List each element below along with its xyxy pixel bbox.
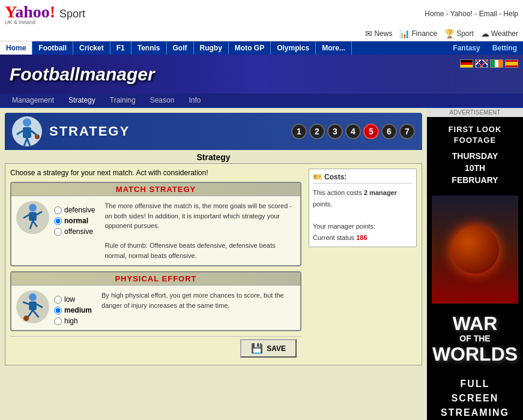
radio-high[interactable] xyxy=(54,317,62,325)
option-normal: normal xyxy=(54,217,95,225)
flag-spain[interactable] xyxy=(505,59,518,68)
sub-nav-weather-label: Weather xyxy=(491,29,518,38)
fm-nav-training[interactable]: Training xyxy=(103,94,143,107)
ad-image xyxy=(432,196,518,304)
nav-golf[interactable]: Golf xyxy=(167,41,194,55)
nav-football[interactable]: Football xyxy=(32,41,73,55)
svg-point-0 xyxy=(23,118,31,127)
flag-gb[interactable] xyxy=(475,59,488,68)
nav-rugby[interactable]: Rugby xyxy=(194,41,229,55)
ad-war: WAR xyxy=(453,313,498,334)
step-5[interactable]: 5 xyxy=(363,124,379,139)
nav-more[interactable]: More... xyxy=(316,41,352,55)
news-icon: ✉ xyxy=(365,29,372,38)
radio-low[interactable] xyxy=(54,296,62,304)
nav-right: Fantasy Betting xyxy=(447,41,523,55)
strategy-body: Choose a strategy for your next match. A… xyxy=(5,163,422,365)
step-3[interactable]: 3 xyxy=(327,124,343,139)
label-low: low xyxy=(64,295,75,304)
strategy-title-text: STRATEGY xyxy=(49,124,291,139)
weather-icon: ☁ xyxy=(481,29,489,38)
sub-nav-sport[interactable]: 🏆 Sport xyxy=(444,29,474,38)
svg-line-9 xyxy=(30,221,33,229)
ad-of-the: OF THE xyxy=(432,334,518,343)
manager-points-label: Your manager points: xyxy=(313,223,375,230)
nav-betting[interactable]: Betting xyxy=(486,41,523,55)
option-high: high xyxy=(54,317,92,325)
svg-point-6 xyxy=(35,134,40,139)
step-7[interactable]: 7 xyxy=(399,124,415,139)
nav-f1[interactable]: F1 xyxy=(110,41,132,55)
svg-line-11 xyxy=(23,215,29,218)
step-4[interactable]: 4 xyxy=(345,124,361,139)
left-panel: Choose a strategy for your next match. A… xyxy=(10,169,301,360)
sub-nav-weather[interactable]: ☁ Weather xyxy=(481,29,518,38)
svg-rect-1 xyxy=(23,127,31,138)
nav-tennis[interactable]: Tennis xyxy=(132,41,167,55)
action-cost-text: This action costs xyxy=(313,189,362,196)
fm-nav-info[interactable]: Info xyxy=(181,94,208,107)
step-6[interactable]: 6 xyxy=(381,124,397,139)
costs-header: 🎫 Costs: xyxy=(313,173,413,184)
svg-point-7 xyxy=(29,203,37,211)
physical-effort-icon xyxy=(16,290,49,323)
radio-normal[interactable] xyxy=(54,217,62,225)
nav-motogp[interactable]: Moto GP xyxy=(229,41,271,55)
match-strategy-section: MATCH STRATEGY xyxy=(10,182,301,266)
fm-nav-strategy[interactable]: Strategy xyxy=(61,94,103,107)
match-strategy-body: defensive normal offensive xyxy=(11,196,300,265)
finance-icon: 📊 xyxy=(399,29,410,38)
flag-ireland[interactable] xyxy=(490,59,503,68)
svg-line-15 xyxy=(28,310,32,317)
fm-subnav: Management Strategy Training Season Info xyxy=(0,94,523,108)
yahoo-link[interactable]: Yahoo! xyxy=(450,10,473,18)
fm-banner: Footballmanager xyxy=(0,55,523,94)
main-nav: Home Football Cricket F1 Tennis Golf Rug… xyxy=(0,41,523,55)
nav-cricket[interactable]: Cricket xyxy=(73,41,110,55)
label-defensive: defensive xyxy=(64,206,95,214)
match-strategy-desc: The more offensive the match is, the mor… xyxy=(104,201,295,260)
save-row: 💾 SAVE xyxy=(10,336,301,360)
option-low: low xyxy=(54,295,92,304)
ad-panel: ADVERTISEMENT FIRST LOOK FOOTAGE THURSDA… xyxy=(427,108,523,420)
sub-nav-news[interactable]: ✉ News xyxy=(365,29,392,38)
nav-olympics[interactable]: Olympics xyxy=(271,41,316,55)
mascot-svg xyxy=(12,116,42,146)
sub-nav-sport-label: Sport xyxy=(456,29,474,38)
radio-defensive[interactable] xyxy=(54,206,62,214)
costs-icon: 🎫 xyxy=(313,173,322,181)
running-player-svg xyxy=(18,292,48,322)
svg-point-13 xyxy=(29,293,37,301)
svg-line-17 xyxy=(23,302,29,304)
flag-germany[interactable] xyxy=(460,59,473,68)
home-link[interactable]: Home xyxy=(425,10,444,18)
svg-line-16 xyxy=(32,310,38,317)
step-numbers: 1 2 3 4 5 6 7 xyxy=(291,124,415,139)
svg-line-18 xyxy=(36,304,42,307)
nav-home[interactable]: Home xyxy=(0,41,32,55)
step-1[interactable]: 1 xyxy=(291,124,307,139)
radio-medium[interactable] xyxy=(54,307,62,314)
manager-points-value: 186 xyxy=(356,234,367,241)
sub-nav-finance[interactable]: 📊 Finance xyxy=(399,29,437,38)
costs-panel: 🎫 Costs: This action costs 2 manager poi… xyxy=(309,169,417,247)
fm-nav-management[interactable]: Management xyxy=(5,94,61,107)
sport-wordmark: Sport xyxy=(59,8,85,20)
radio-offensive[interactable] xyxy=(54,228,62,236)
step-2[interactable]: 2 xyxy=(309,124,325,139)
match-strategy-options: defensive normal offensive xyxy=(54,201,95,236)
action-cost-bold: 2 manager xyxy=(364,189,397,196)
fm-nav-season[interactable]: Season xyxy=(143,94,182,107)
label-high: high xyxy=(64,317,78,325)
label-offensive: offensive xyxy=(64,227,93,236)
save-button[interactable]: 💾 SAVE xyxy=(240,339,297,358)
top-bar: Yahoo! Sport UK & Ireland Home - Yahoo! … xyxy=(0,0,523,28)
svg-line-4 xyxy=(17,131,23,134)
ad-content[interactable]: FIRST LOOK FOOTAGE THURSDAY10THFEBRUARY … xyxy=(427,117,523,420)
physical-effort-body: low medium high By high physical e xyxy=(11,286,300,330)
strategy-header: STRATEGY 1 2 3 4 5 6 7 xyxy=(5,113,422,150)
email-link[interactable]: Email xyxy=(479,10,497,18)
nav-fantasy[interactable]: Fantasy xyxy=(447,41,486,55)
strategy-mascot xyxy=(12,116,42,146)
help-link[interactable]: Help xyxy=(503,10,518,18)
